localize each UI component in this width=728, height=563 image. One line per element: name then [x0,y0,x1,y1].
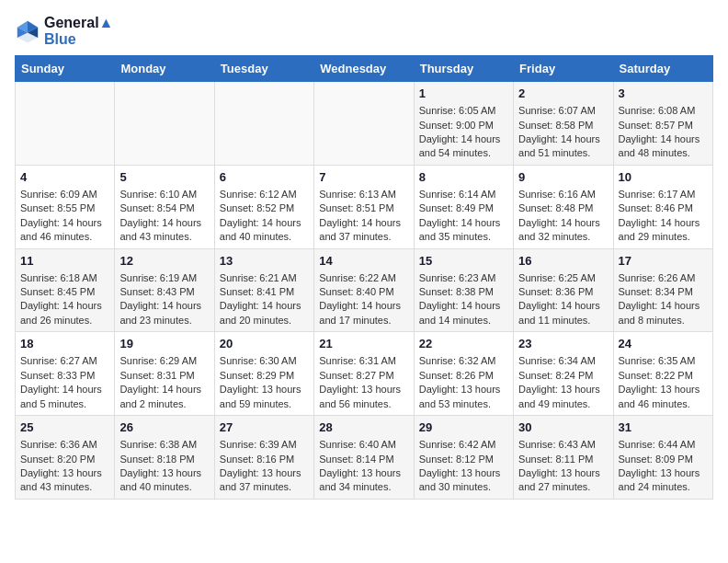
week-row-2: 4Sunrise: 6:09 AMSunset: 8:55 PMDaylight… [16,165,713,248]
week-row-5: 25Sunrise: 6:36 AMSunset: 8:20 PMDayligh… [16,416,713,500]
day-info: Sunset: 8:29 PM [220,369,309,383]
day-info: and 54 minutes. [419,146,508,160]
day-info: Daylight: 13 hours [619,466,708,480]
day-number: 15 [419,253,508,270]
day-info: Sunset: 8:55 PM [20,201,109,215]
day-cell: 26Sunrise: 6:38 AMSunset: 8:18 PMDayligh… [115,416,214,500]
logo: General▲ Blue [15,15,113,48]
day-info: Daylight: 13 hours [518,383,608,396]
day-info: Daylight: 13 hours [119,466,209,480]
day-number: 12 [119,253,209,270]
day-cell: 27Sunrise: 6:39 AMSunset: 8:16 PMDayligh… [214,416,313,500]
day-cell: 2Sunrise: 6:07 AMSunset: 8:58 PMDaylight… [514,82,613,166]
day-info: Daylight: 13 hours [220,383,309,396]
day-cell: 15Sunrise: 6:23 AMSunset: 8:38 PMDayligh… [414,248,513,332]
day-number: 24 [619,336,708,352]
day-info: Sunset: 8:49 PM [419,201,508,215]
day-info: Sunrise: 6:12 AM [220,188,309,201]
day-info: and 37 minutes. [319,230,408,244]
week-row-4: 18Sunrise: 6:27 AMSunset: 8:33 PMDayligh… [16,332,713,416]
day-info: Daylight: 14 hours [518,216,608,230]
day-info: and 29 minutes. [619,230,708,244]
day-info: Daylight: 14 hours [220,216,309,230]
day-info: Sunrise: 6:29 AM [119,354,209,368]
day-info: Sunset: 8:51 PM [319,201,408,215]
day-info: Sunrise: 6:18 AM [20,271,109,285]
day-cell: 12Sunrise: 6:19 AMSunset: 8:43 PMDayligh… [115,248,214,332]
day-info: Sunrise: 6:34 AM [518,354,608,368]
day-info: Sunrise: 6:10 AM [119,188,209,201]
day-info: Daylight: 14 hours [518,299,608,313]
day-info: and 51 minutes. [518,146,608,160]
day-info: Sunset: 8:48 PM [518,201,608,215]
day-info: Sunrise: 6:42 AM [419,438,508,452]
day-info: Daylight: 13 hours [319,383,408,396]
day-info: Sunset: 8:34 PM [619,285,708,299]
day-info: Sunrise: 6:39 AM [220,438,309,452]
day-cell: 20Sunrise: 6:30 AMSunset: 8:29 PMDayligh… [214,332,313,416]
day-info: and 46 minutes. [619,397,708,411]
day-info: Sunrise: 6:14 AM [419,188,508,201]
day-info: Sunset: 8:26 PM [419,369,508,383]
day-info: and 5 minutes. [20,397,109,411]
day-number: 8 [419,169,508,186]
day-info: Daylight: 13 hours [20,466,109,480]
day-number: 5 [119,169,209,186]
day-info: Sunset: 8:36 PM [518,285,608,299]
day-info: Sunrise: 6:17 AM [619,188,708,201]
day-info: and 8 minutes. [619,314,708,327]
day-info: Sunset: 8:38 PM [419,285,508,299]
day-number: 25 [20,419,109,436]
day-info: Sunrise: 6:27 AM [20,354,109,368]
day-info: Sunset: 8:20 PM [20,453,109,466]
day-cell: 28Sunrise: 6:40 AMSunset: 8:14 PMDayligh… [314,416,414,500]
day-info: Sunrise: 6:44 AM [619,438,708,452]
day-cell: 6Sunrise: 6:12 AMSunset: 8:52 PMDaylight… [214,165,313,248]
day-info: Sunset: 8:22 PM [619,369,708,383]
day-info: Sunrise: 6:08 AM [619,104,708,118]
day-info: Daylight: 14 hours [419,132,508,146]
day-number: 21 [319,336,408,352]
day-info: Sunset: 8:52 PM [220,201,309,215]
day-info: Daylight: 14 hours [619,299,708,313]
day-number: 17 [619,253,708,270]
day-info: and 26 minutes. [20,314,109,327]
day-info: Sunrise: 6:23 AM [419,271,508,285]
day-cell: 17Sunrise: 6:26 AMSunset: 8:34 PMDayligh… [613,248,712,332]
day-cell: 4Sunrise: 6:09 AMSunset: 8:55 PMDaylight… [16,165,115,248]
header-row: SundayMondayTuesdayWednesdayThursdayFrid… [16,56,713,82]
day-info: Sunrise: 6:32 AM [419,354,508,368]
day-cell: 24Sunrise: 6:35 AMSunset: 8:22 PMDayligh… [613,332,712,416]
day-info: and 23 minutes. [119,314,209,327]
logo-text: General▲ Blue [44,15,113,48]
day-info: Daylight: 14 hours [619,216,708,230]
day-cell [314,82,414,166]
day-info: and 20 minutes. [220,314,309,327]
day-info: Sunset: 8:24 PM [518,369,608,383]
column-header-wednesday: Wednesday [314,56,414,82]
day-info: and 2 minutes. [119,397,209,411]
day-info: and 34 minutes. [319,480,408,494]
day-number: 11 [20,253,109,270]
day-info: Sunrise: 6:07 AM [518,104,608,118]
day-info: Daylight: 14 hours [518,132,608,146]
day-info: and 48 minutes. [619,146,708,160]
day-info: and 37 minutes. [220,480,309,494]
day-number: 19 [119,336,209,352]
day-info: and 17 minutes. [319,314,408,327]
day-number: 20 [220,336,309,352]
column-header-tuesday: Tuesday [214,56,313,82]
page-header: General▲ Blue [15,15,713,48]
day-number: 14 [319,253,408,270]
day-number: 31 [619,419,708,436]
day-number: 18 [20,336,109,352]
day-info: Sunrise: 6:16 AM [518,188,608,201]
day-info: Daylight: 14 hours [20,299,109,313]
day-info: Daylight: 14 hours [119,216,209,230]
day-info: Daylight: 13 hours [619,383,708,396]
day-info: Sunrise: 6:38 AM [119,438,209,452]
day-info: Daylight: 14 hours [20,383,109,396]
day-info: and 59 minutes. [220,397,309,411]
day-info: Sunset: 8:45 PM [20,285,109,299]
column-header-thursday: Thursday [414,56,513,82]
